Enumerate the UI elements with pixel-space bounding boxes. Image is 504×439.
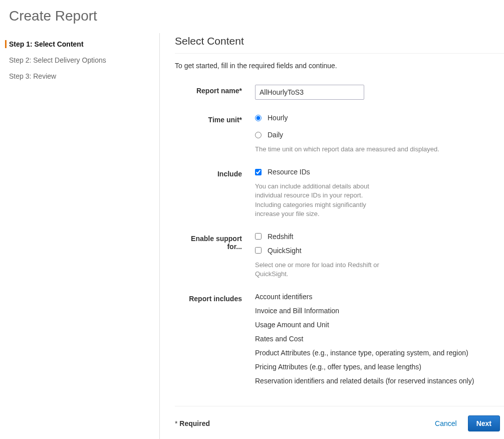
- time-unit-hourly-radio[interactable]: [255, 115, 262, 121]
- include-help: You can include additional details about…: [255, 182, 390, 218]
- next-button[interactable]: Next: [468, 415, 500, 431]
- enable-support-label: Enable support for...: [175, 233, 255, 251]
- cancel-button[interactable]: Cancel: [435, 419, 457, 427]
- report-includes-item: Product Attributes (e.g., instance type,…: [255, 349, 504, 357]
- time-unit-help: The time unit on which report data are m…: [255, 145, 485, 154]
- time-unit-hourly-label: Hourly: [268, 114, 288, 122]
- time-unit-daily-label: Daily: [268, 131, 283, 139]
- step-2-select-delivery-options[interactable]: Step 2: Select Delivery Options: [0, 52, 159, 68]
- step-1-select-content[interactable]: Step 1: Select Content: [0, 36, 159, 52]
- report-includes-label: Report includes: [175, 293, 255, 303]
- report-includes-item: Invoice and Bill Information: [255, 307, 504, 315]
- report-includes-item: Rates and Cost: [255, 335, 504, 343]
- report-includes-item: Reservation identifiers and related deta…: [255, 377, 504, 385]
- report-includes-item: Usage Amount and Unit: [255, 321, 504, 329]
- enable-redshift-label: Redshift: [268, 233, 293, 241]
- wizard-steps-nav: Step 1: Select Content Step 2: Select De…: [0, 33, 159, 439]
- required-note: * Required: [175, 419, 210, 427]
- footer-divider: [175, 406, 504, 406]
- time-unit-daily-radio[interactable]: [255, 132, 262, 138]
- section-heading: Select Content: [175, 35, 504, 54]
- time-unit-label: Time unit*: [175, 114, 255, 124]
- report-includes-item: Account identifiers: [255, 293, 504, 301]
- enable-quicksight-label: QuickSight: [268, 247, 302, 255]
- enable-quicksight-checkbox[interactable]: [255, 247, 262, 254]
- enable-support-help: Select one or more for load into Redshif…: [255, 261, 390, 279]
- intro-text: To get started, fill in the required fie…: [175, 62, 504, 70]
- report-includes-item: Pricing Attributes (e.g., offer types, a…: [255, 363, 504, 371]
- include-label: Include: [175, 168, 255, 178]
- step-3-review[interactable]: Step 3: Review: [0, 68, 159, 84]
- page-title: Create Report: [0, 0, 504, 33]
- enable-redshift-checkbox[interactable]: [255, 233, 262, 240]
- main-content: Select Content To get started, fill in t…: [159, 33, 504, 439]
- report-name-input[interactable]: [255, 85, 364, 100]
- report-name-label: Report name*: [175, 85, 255, 95]
- include-resource-ids-checkbox[interactable]: [255, 169, 262, 175]
- include-resource-ids-label: Resource IDs: [268, 168, 310, 176]
